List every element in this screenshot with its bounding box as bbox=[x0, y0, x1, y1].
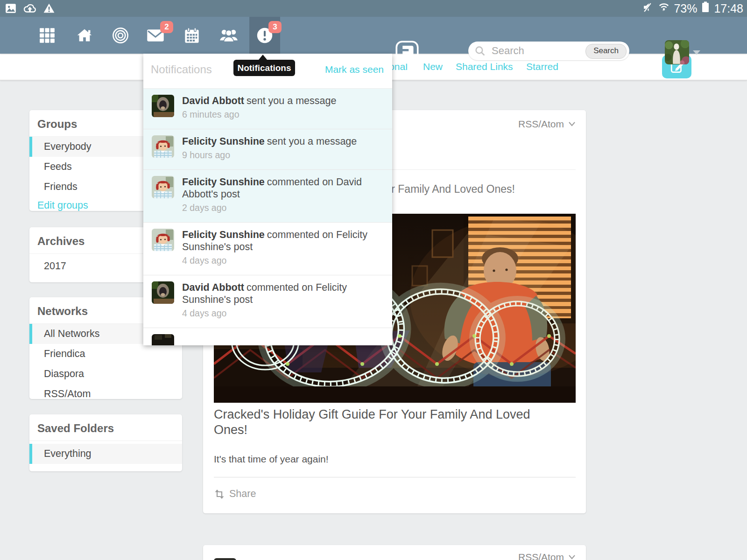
notification-text: Felicity Sunshinesent you a message 9 ho… bbox=[182, 135, 383, 169]
android-status-bar: 73% 17:48 bbox=[0, 0, 747, 17]
messages-badge: 2 bbox=[160, 21, 173, 33]
clock-label: 17:48 bbox=[714, 2, 743, 15]
next-post-card: RSS/Atom bbox=[203, 545, 586, 560]
saved-folders-title: Saved Folders bbox=[29, 414, 182, 441]
circles-button[interactable] bbox=[106, 17, 135, 54]
notification-actor: David Abbott bbox=[182, 282, 244, 293]
contact-avatar-girl bbox=[152, 135, 174, 158]
notifications-tooltip: Notifications bbox=[233, 60, 295, 76]
notification-item[interactable] bbox=[143, 328, 392, 345]
notification-item[interactable]: David Abbottcommented on Felicity Sunshi… bbox=[143, 275, 392, 328]
next-post-avatar bbox=[214, 558, 236, 560]
bullseye-icon bbox=[112, 27, 129, 44]
battery-icon bbox=[701, 1, 710, 16]
post-actions-divider bbox=[214, 477, 576, 477]
home-button[interactable] bbox=[70, 17, 99, 54]
tab-shared-links[interactable]: Shared Links bbox=[456, 61, 513, 72]
notification-item[interactable]: Felicity Sunshinecommented on Felicity S… bbox=[143, 223, 392, 275]
user-avatar[interactable] bbox=[665, 40, 689, 64]
share-button[interactable]: Share bbox=[214, 488, 256, 500]
chevron-down-icon bbox=[568, 121, 576, 127]
people-icon bbox=[219, 28, 238, 43]
image-notification-icon bbox=[5, 2, 17, 16]
notification-action: sent you a message bbox=[267, 136, 357, 147]
saved-folders-panel: Saved Folders Everything bbox=[29, 414, 182, 471]
apps-grid-icon bbox=[39, 28, 55, 43]
user-menu-caret-icon[interactable] bbox=[693, 50, 700, 55]
notification-item[interactable]: Felicity Sunshinecommented on David Abbo… bbox=[143, 170, 392, 223]
status-bar-left-icons bbox=[5, 2, 55, 16]
friendica-app: 73% 17:48 2 3 bbox=[0, 0, 747, 560]
search-icon bbox=[475, 46, 486, 58]
contact-avatar-monkey bbox=[152, 281, 174, 304]
mark-as-seen-link[interactable]: Mark as seen bbox=[325, 64, 384, 75]
next-post-source-dropdown[interactable]: RSS/Atom bbox=[518, 552, 576, 560]
contact-avatar-girl bbox=[152, 229, 174, 251]
wifi-icon bbox=[658, 1, 670, 16]
tab-new[interactable]: New bbox=[423, 61, 443, 72]
calendar-icon bbox=[184, 27, 200, 44]
notification-time: 2 days ago bbox=[182, 203, 383, 213]
notifications-badge: 3 bbox=[268, 21, 282, 33]
notifications-panel-title: Notifications bbox=[151, 63, 212, 76]
notification-action: sent you a message bbox=[247, 95, 336, 106]
apps-menu-button[interactable] bbox=[32, 17, 62, 54]
notifications-dropdown: Notifications Mark as seen David Abbotts… bbox=[143, 54, 392, 345]
contacts-button[interactable] bbox=[214, 17, 244, 54]
notification-actor: Felicity Sunshine bbox=[182, 176, 265, 188]
notification-time: 6 minutes ago bbox=[182, 109, 383, 120]
post-source-label: RSS/Atom bbox=[518, 119, 564, 130]
network-item-diaspora[interactable]: Diaspora bbox=[29, 364, 182, 384]
notification-time: 9 hours ago bbox=[182, 150, 383, 161]
notification-text: David Abbottcommented on Felicity Sunshi… bbox=[182, 281, 383, 328]
cloud-upload-icon bbox=[23, 2, 37, 16]
notification-actor: David Abbott bbox=[182, 95, 244, 106]
events-button[interactable] bbox=[177, 17, 207, 54]
notification-time: 4 days ago bbox=[182, 255, 383, 266]
network-item-rss-atom[interactable]: RSS/Atom bbox=[29, 384, 182, 404]
notification-actor: Felicity Sunshine bbox=[182, 136, 265, 147]
notification-text: David Abbottsent you a message 6 minutes… bbox=[182, 95, 383, 129]
search-box: Search bbox=[468, 42, 629, 60]
post-link-title[interactable]: Cracked's Holiday Gift Guide For Your Fa… bbox=[214, 407, 555, 438]
main-navbar: 2 3 Search bbox=[0, 17, 747, 54]
contact-avatar-monkey bbox=[152, 95, 174, 117]
home-icon bbox=[76, 28, 93, 43]
share-label: Share bbox=[229, 488, 256, 500]
notification-item[interactable]: Felicity Sunshinesent you a message 9 ho… bbox=[143, 129, 392, 170]
share-retweet-icon bbox=[214, 489, 225, 499]
search-input[interactable] bbox=[491, 42, 581, 59]
mute-icon bbox=[642, 1, 654, 16]
contact-avatar bbox=[152, 334, 174, 345]
chevron-down-icon bbox=[568, 554, 576, 560]
folder-item-everything[interactable]: Everything bbox=[29, 444, 182, 464]
contact-avatar-girl bbox=[152, 176, 174, 198]
next-post-source-label: RSS/Atom bbox=[518, 552, 564, 560]
notification-text: Felicity Sunshinecommented on Felicity S… bbox=[182, 229, 383, 275]
tooltip-caret bbox=[259, 55, 267, 60]
post-body-text: It's that time of year again! bbox=[214, 454, 329, 465]
notification-text: Felicity Sunshinecommented on David Abbo… bbox=[182, 176, 383, 222]
friendica-logo[interactable] bbox=[395, 40, 419, 64]
tab-starred[interactable]: Starred bbox=[526, 61, 558, 72]
notification-item[interactable]: David Abbottsent you a message 6 minutes… bbox=[143, 89, 392, 129]
status-bar-right: 73% 17:48 bbox=[642, 0, 743, 17]
network-item-friendica[interactable]: Friendica bbox=[29, 344, 182, 364]
search-button[interactable]: Search bbox=[585, 44, 627, 59]
warning-icon bbox=[43, 2, 55, 16]
battery-percent-label: 73% bbox=[674, 2, 697, 15]
notification-actor: Felicity Sunshine bbox=[182, 229, 265, 240]
notification-time: 4 days ago bbox=[182, 308, 383, 319]
post-source-dropdown[interactable]: RSS/Atom bbox=[518, 119, 576, 130]
